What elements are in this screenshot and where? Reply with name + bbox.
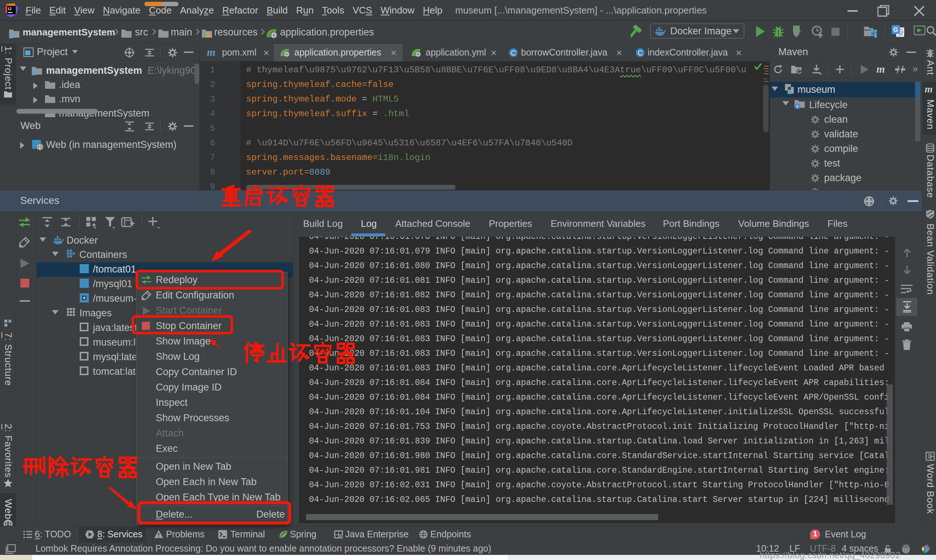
svg-text:m: m <box>207 47 215 58</box>
svg-text:IJ: IJ <box>8 6 11 11</box>
svg-text:m: m <box>787 89 792 95</box>
svg-text:C: C <box>638 49 643 57</box>
svg-text:EE: EE <box>339 534 343 538</box>
svg-text:C: C <box>511 49 516 57</box>
svg-text:G: G <box>893 26 898 33</box>
